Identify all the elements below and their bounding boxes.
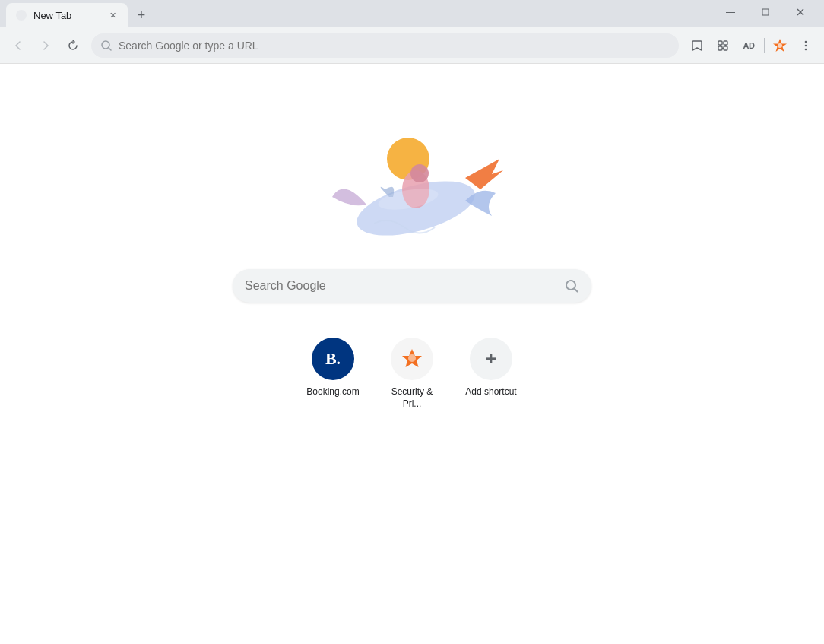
reload-button[interactable]	[61, 33, 85, 58]
tab-favicon	[15, 9, 27, 21]
search-magnifier-icon	[100, 40, 113, 52]
doodle-illustration	[298, 109, 526, 246]
avast-extension-button[interactable]	[768, 33, 792, 58]
svg-point-24	[566, 281, 575, 290]
bookmark-button[interactable]	[685, 33, 709, 58]
active-tab[interactable]: New Tab ✕	[6, 3, 128, 27]
svg-point-18	[805, 48, 807, 50]
tab-close-button[interactable]: ✕	[106, 9, 119, 21]
search-bar[interactable]	[233, 269, 591, 303]
svg-point-17	[805, 44, 807, 46]
svg-line-6	[109, 48, 111, 50]
svg-rect-8	[724, 41, 727, 45]
search-icon	[564, 278, 579, 293]
toolbar-divider	[764, 38, 765, 53]
shortcuts-container: B. Booking.com Security & Pri... + Add s…	[296, 330, 528, 417]
svg-rect-7	[718, 41, 722, 45]
restore-button[interactable]	[748, 0, 783, 24]
security-label: Security & Pri...	[386, 386, 438, 410]
new-tab-button[interactable]: +	[131, 5, 152, 26]
tab-title: New Tab	[33, 10, 71, 21]
forward-button[interactable]	[33, 33, 58, 58]
address-input[interactable]	[119, 40, 670, 52]
svg-point-0	[16, 10, 27, 21]
svg-point-26	[408, 354, 416, 362]
search-input[interactable]	[245, 279, 556, 293]
svg-point-22	[410, 164, 429, 182]
shortcut-add[interactable]: + Add shortcut	[455, 330, 528, 406]
toolbar: AD	[0, 27, 824, 64]
security-icon	[391, 338, 433, 380]
close-button[interactable]	[783, 0, 818, 24]
shortcut-security[interactable]: Security & Pri...	[376, 330, 448, 417]
back-button[interactable]	[6, 33, 30, 58]
add-shortcut-icon: +	[470, 338, 512, 380]
extensions-button[interactable]	[711, 33, 735, 58]
shortcut-booking[interactable]: B. Booking.com	[296, 330, 369, 406]
title-bar: New Tab ✕ +	[0, 0, 824, 27]
minimize-button[interactable]	[713, 0, 748, 24]
toolbar-icons: AD	[685, 33, 818, 58]
booking-label: Booking.com	[306, 386, 359, 398]
main-content: B. Booking.com Security & Pri... + Add s…	[0, 64, 824, 644]
svg-point-15	[778, 43, 782, 48]
svg-rect-10	[724, 46, 727, 50]
svg-rect-2	[762, 9, 769, 15]
search-container	[233, 269, 591, 303]
address-bar[interactable]	[91, 33, 679, 58]
avast-star-icon	[772, 37, 788, 54]
svg-point-16	[805, 40, 807, 43]
avast-ad-button[interactable]: AD	[737, 33, 761, 58]
chrome-menu-button[interactable]	[794, 33, 818, 58]
booking-icon: B.	[312, 338, 354, 380]
svg-line-25	[575, 289, 578, 292]
add-shortcut-label: Add shortcut	[465, 386, 516, 398]
window-controls	[713, 0, 818, 24]
svg-rect-1	[726, 12, 735, 13]
svg-rect-9	[718, 46, 722, 50]
